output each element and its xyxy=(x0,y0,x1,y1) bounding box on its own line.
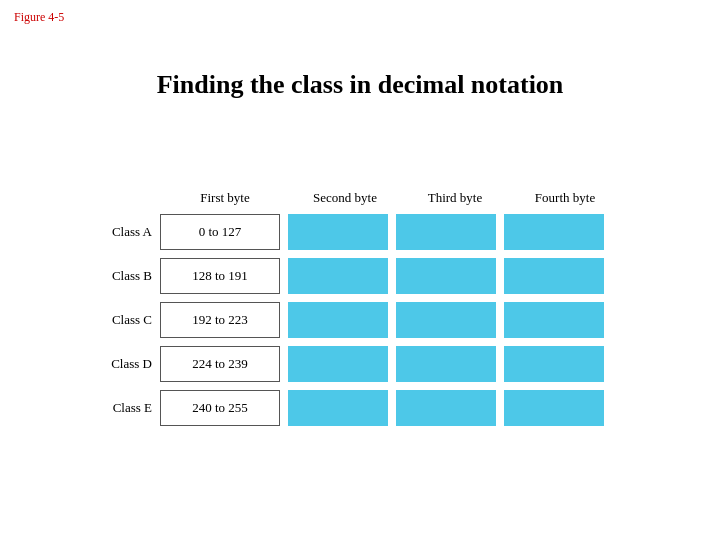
table-row: Class C 192 to 223 xyxy=(60,300,660,340)
class-a-label: Class A xyxy=(60,224,160,240)
class-d-first-byte: 224 to 239 xyxy=(160,346,280,382)
table-row: Class A 0 to 127 xyxy=(60,212,660,252)
class-a-first-byte: 0 to 127 xyxy=(160,214,280,250)
class-e-third-byte xyxy=(396,390,496,426)
class-e-first-byte: 240 to 255 xyxy=(160,390,280,426)
class-c-first-byte: 192 to 223 xyxy=(160,302,280,338)
class-e-label: Class E xyxy=(60,400,160,416)
table-row: Class D 224 to 239 xyxy=(60,344,660,384)
class-b-label: Class B xyxy=(60,268,160,284)
figure-label: Figure 4-5 xyxy=(14,10,64,25)
class-e-fourth-byte xyxy=(504,390,604,426)
class-b-fourth-byte xyxy=(504,258,604,294)
class-a-second-byte xyxy=(288,214,388,250)
class-c-label: Class C xyxy=(60,312,160,328)
class-b-second-byte xyxy=(288,258,388,294)
class-c-third-byte xyxy=(396,302,496,338)
main-table: First byte Second byte Third byte Fourth… xyxy=(60,190,660,432)
table-row: Class E 240 to 255 xyxy=(60,388,660,428)
class-d-second-byte xyxy=(288,346,388,382)
class-b-first-byte: 128 to 191 xyxy=(160,258,280,294)
col-header-first-byte: First byte xyxy=(160,190,290,206)
page-title: Finding the class in decimal notation xyxy=(0,70,720,100)
class-c-second-byte xyxy=(288,302,388,338)
col-header-fourth-byte: Fourth byte xyxy=(510,190,620,206)
table-row: Class B 128 to 191 xyxy=(60,256,660,296)
class-d-fourth-byte xyxy=(504,346,604,382)
class-a-fourth-byte xyxy=(504,214,604,250)
class-e-second-byte xyxy=(288,390,388,426)
class-a-third-byte xyxy=(396,214,496,250)
class-d-third-byte xyxy=(396,346,496,382)
class-b-third-byte xyxy=(396,258,496,294)
col-header-third-byte: Third byte xyxy=(400,190,510,206)
col-header-second-byte: Second byte xyxy=(290,190,400,206)
class-d-label: Class D xyxy=(60,356,160,372)
class-c-fourth-byte xyxy=(504,302,604,338)
column-headers: First byte Second byte Third byte Fourth… xyxy=(160,190,660,206)
